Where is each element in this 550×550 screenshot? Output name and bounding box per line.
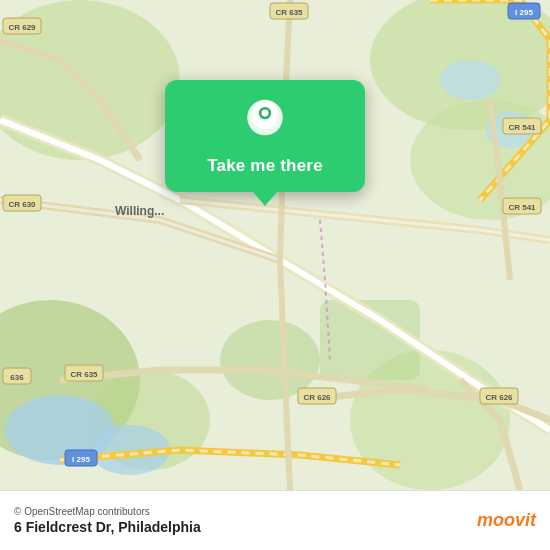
svg-text:Willing...: Willing... [115, 204, 164, 218]
svg-point-40 [261, 110, 268, 117]
svg-text:CR 626: CR 626 [303, 393, 331, 402]
svg-text:CR 630: CR 630 [8, 200, 36, 209]
bottom-bar: © OpenStreetMap contributors 6 Fieldcres… [0, 490, 550, 550]
take-me-there-button[interactable]: Take me there [207, 156, 323, 176]
osm-credit: © OpenStreetMap contributors [14, 506, 201, 517]
svg-text:CR 635: CR 635 [70, 370, 98, 379]
svg-text:I 295: I 295 [515, 8, 533, 17]
location-pin-icon [241, 98, 289, 146]
address-info: © OpenStreetMap contributors 6 Fieldcres… [14, 506, 201, 535]
svg-text:CR 635: CR 635 [275, 8, 303, 17]
svg-text:CR 629: CR 629 [8, 23, 36, 32]
address-text: 6 Fieldcrest Dr, Philadelphia [14, 519, 201, 535]
map-background: CR 629 CR 630 CR 635 I 295 CR 541 CR 541… [0, 0, 550, 490]
moovit-logo-text: moovit [477, 510, 536, 531]
popup-card[interactable]: Take me there [165, 80, 365, 192]
svg-text:CR 541: CR 541 [508, 123, 536, 132]
map-container: CR 629 CR 630 CR 635 I 295 CR 541 CR 541… [0, 0, 550, 490]
svg-point-11 [440, 60, 500, 100]
svg-text:I 295: I 295 [72, 455, 90, 464]
svg-text:CR 541: CR 541 [508, 203, 536, 212]
moovit-logo: moovit [477, 510, 536, 531]
svg-text:636: 636 [10, 373, 24, 382]
svg-text:CR 626: CR 626 [485, 393, 513, 402]
